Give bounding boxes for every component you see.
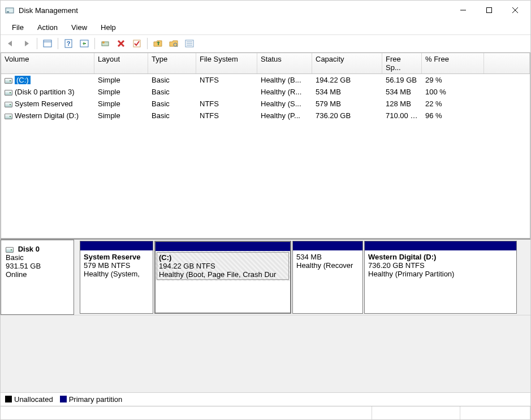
- volume-free: 534 MB: [382, 88, 422, 96]
- partition[interactable]: Western Digital (D:)736.20 GB NTFSHealth…: [364, 241, 517, 314]
- drive-icon: [5, 90, 12, 96]
- volume-fs: NTFS: [196, 99, 257, 108]
- volume-pct-free: 96 %: [422, 111, 484, 120]
- column-volume[interactable]: Volume: [1, 53, 94, 73]
- disk-icon: [6, 247, 14, 253]
- volume-layout: Simple: [94, 76, 148, 84]
- minimize-button[interactable]: [450, 2, 476, 19]
- partition-bar: [80, 241, 153, 250]
- primary-swatch: [60, 396, 67, 402]
- forward-button[interactable]: [20, 37, 33, 50]
- delete-button[interactable]: [114, 37, 128, 50]
- partition-name: Western Digital (D:): [368, 253, 513, 261]
- volume-layout: Simple: [94, 88, 148, 96]
- column-spacer: [484, 53, 530, 73]
- window-controls: [450, 2, 528, 19]
- column-capacity[interactable]: Capacity: [312, 53, 382, 73]
- volume-row[interactable]: (C:)SimpleBasicNTFSHealthy (B...194.22 G…: [1, 74, 530, 86]
- column-free-space[interactable]: Free Sp...: [382, 53, 422, 73]
- empty-pane: [1, 315, 530, 392]
- menu-view[interactable]: View: [64, 22, 94, 33]
- folder-search-button[interactable]: [167, 37, 180, 50]
- volume-free: 710.00 GB: [382, 111, 422, 120]
- volume-layout: Simple: [94, 99, 148, 108]
- menu-bar: File Action View Help: [1, 20, 530, 34]
- toolbar-separator: [37, 38, 37, 49]
- volume-list[interactable]: Volume Layout Type File System Status Ca…: [1, 53, 530, 239]
- app-title: Disk Management: [19, 6, 450, 15]
- disk-label: Disk 0: [18, 245, 40, 253]
- volume-pct-free: 100 %: [422, 88, 484, 96]
- toolbar: ?: [1, 34, 530, 53]
- status-pane-1: [1, 406, 372, 419]
- volume-status: Healthy (B...: [257, 76, 312, 84]
- legend-unallocated: Unallocated: [5, 395, 53, 404]
- toolbar-separator: [94, 38, 95, 49]
- folder-up-button[interactable]: [151, 37, 165, 50]
- volume-name: System Reserved: [15, 99, 73, 108]
- title-bar: Disk Management: [1, 1, 530, 20]
- toolbar-separator: [147, 38, 148, 49]
- refresh-button[interactable]: [77, 37, 91, 50]
- volume-type: Basic: [148, 99, 196, 108]
- disk-header[interactable]: Disk 0 Basic 931.51 GB Online: [1, 240, 74, 315]
- maximize-button[interactable]: [476, 2, 502, 19]
- settings-button[interactable]: [98, 37, 112, 50]
- list-button[interactable]: [183, 37, 196, 50]
- column-layout[interactable]: Layout: [94, 53, 148, 73]
- volume-capacity: 579 MB: [312, 99, 382, 108]
- legend-primary: Primary partition: [60, 395, 123, 404]
- volume-status: Healthy (R...: [257, 88, 312, 96]
- volume-capacity: 194.22 GB: [312, 76, 382, 84]
- partition-size: 736.20 GB NTFS: [368, 261, 513, 270]
- partition-bar: [156, 242, 290, 251]
- volume-pct-free: 29 %: [422, 76, 484, 84]
- volume-free: 128 MB: [382, 99, 422, 108]
- show-hide-console-button[interactable]: [41, 37, 54, 50]
- svg-rect-3: [487, 8, 492, 13]
- status-bar: [1, 406, 530, 419]
- svg-rect-1: [7, 11, 9, 12]
- volume-free: 56.19 GB: [382, 76, 422, 84]
- svg-rect-6: [44, 40, 51, 47]
- volume-fs: NTFS: [196, 111, 257, 120]
- volume-capacity: 534 MB: [312, 88, 382, 96]
- volume-row[interactable]: (Disk 0 partition 3)SimpleBasicHealthy (…: [1, 86, 530, 98]
- menu-file[interactable]: File: [5, 22, 31, 33]
- volume-row[interactable]: Western Digital (D:)SimpleBasicNTFSHealt…: [1, 110, 530, 122]
- volume-status: Healthy (S...: [257, 99, 312, 108]
- help-button[interactable]: ?: [62, 37, 75, 50]
- disk-graphical-view: Disk 0 Basic 931.51 GB Online System Res…: [1, 239, 530, 315]
- close-button[interactable]: [502, 2, 528, 19]
- column-filesystem[interactable]: File System: [196, 53, 257, 73]
- column-type[interactable]: Type: [148, 53, 196, 73]
- partition[interactable]: (C:)194.22 GB NTFSHealthy (Boot, Page Fi…: [154, 241, 291, 314]
- partition[interactable]: System Reserve579 MB NTFSHealthy (System…: [80, 241, 153, 314]
- disk-state: Online: [6, 270, 27, 279]
- volume-fs: NTFS: [196, 76, 257, 84]
- partition[interactable]: 534 MBHealthy (Recover: [292, 241, 363, 314]
- volume-list-header[interactable]: Volume Layout Type File System Status Ca…: [1, 53, 530, 74]
- volume-pct-free: 22 %: [422, 99, 484, 108]
- svg-text:?: ?: [67, 40, 71, 47]
- partition-status: Healthy (System,: [84, 270, 149, 278]
- unallocated-swatch: [5, 396, 12, 402]
- partition-status: Healthy (Recover: [296, 261, 359, 270]
- back-button[interactable]: [4, 37, 18, 50]
- status-pane-3: [460, 406, 530, 419]
- column-percent-free[interactable]: % Free: [422, 53, 484, 73]
- drive-icon: [5, 102, 12, 107]
- partition-size: 534 MB: [296, 253, 359, 261]
- drive-icon: [5, 78, 12, 84]
- partition-bar: [365, 241, 516, 250]
- volume-row[interactable]: System ReservedSimpleBasicNTFSHealthy (S…: [1, 98, 530, 110]
- check-button[interactable]: [130, 37, 144, 50]
- volume-name: (Disk 0 partition 3): [15, 88, 74, 96]
- partition-status: Healthy (Primary Partition): [368, 270, 513, 278]
- column-status[interactable]: Status: [257, 53, 312, 73]
- volume-status: Healthy (P...: [257, 111, 312, 120]
- menu-action[interactable]: Action: [31, 22, 64, 33]
- drive-icon: [5, 114, 12, 119]
- app-icon: [5, 6, 14, 15]
- menu-help[interactable]: Help: [94, 22, 123, 33]
